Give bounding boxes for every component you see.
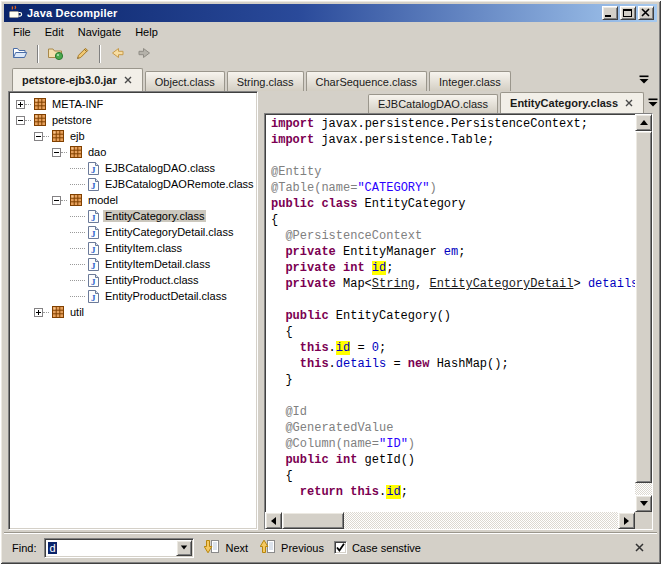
find-label: Find: bbox=[12, 542, 36, 554]
tab-close-icon[interactable] bbox=[624, 98, 634, 108]
tab-label: petstore-ejb3.0.jar bbox=[22, 74, 117, 86]
tree-item-label: dao bbox=[86, 146, 108, 158]
find-previous-button[interactable]: Previous bbox=[258, 537, 326, 559]
open-type-button[interactable] bbox=[43, 42, 69, 66]
open-file-button[interactable] bbox=[7, 42, 33, 66]
menu-edit[interactable]: Edit bbox=[38, 24, 71, 40]
scroll-down-button[interactable] bbox=[635, 495, 652, 512]
tree-item-label: EntityItemDetail.class bbox=[103, 258, 212, 270]
package-icon bbox=[69, 193, 83, 207]
maximize-button[interactable] bbox=[620, 6, 636, 20]
menu-navigate[interactable]: Navigate bbox=[71, 24, 128, 40]
scroll-left-button[interactable] bbox=[265, 512, 282, 529]
package-icon bbox=[69, 145, 83, 159]
vertical-scrollbar-track[interactable] bbox=[635, 131, 652, 495]
svg-text:J: J bbox=[91, 180, 96, 190]
tree-item[interactable]: ejb bbox=[10, 128, 256, 144]
tab-list-dropdown-icon[interactable] bbox=[637, 73, 651, 86]
jar-tab-strip: petstore-ejb3.0.jarObject.classString.cl… bbox=[4, 67, 657, 91]
tree-item[interactable]: util bbox=[10, 304, 256, 320]
tree-connector bbox=[70, 184, 85, 185]
type-link[interactable]: String bbox=[372, 277, 415, 291]
tree-connector bbox=[70, 248, 85, 249]
tree-item[interactable]: JEntityCategoryDetail.class bbox=[10, 224, 256, 240]
tree-item[interactable]: JEntityItem.class bbox=[10, 240, 256, 256]
search-highlight: id bbox=[386, 485, 400, 499]
tree-item[interactable]: JEntityCategory.class bbox=[10, 208, 256, 224]
scroll-right-button[interactable] bbox=[618, 512, 635, 529]
jar-tab[interactable]: CharSequence.class bbox=[306, 71, 428, 91]
code-line bbox=[271, 292, 635, 308]
horizontal-scrollbar-thumb[interactable] bbox=[282, 512, 344, 529]
expand-icon[interactable] bbox=[16, 100, 25, 109]
code-line: public class EntityCategory bbox=[271, 196, 635, 212]
tree-item-label: EJBCatalogDAO.class bbox=[103, 162, 217, 174]
tab-close-icon[interactable] bbox=[123, 75, 133, 85]
tree-item[interactable]: JEJBCatalogDAORemote.class bbox=[10, 176, 256, 192]
menu-file[interactable]: File bbox=[6, 24, 38, 40]
class-file-icon: J bbox=[87, 241, 100, 256]
tree-connector bbox=[43, 136, 49, 137]
horizontal-scrollbar-track[interactable] bbox=[282, 512, 618, 529]
svg-text:J: J bbox=[91, 164, 96, 174]
find-bar: Find: d Next Previous Case senstive bbox=[4, 532, 657, 562]
type-link[interactable]: EntityCategoryDetail bbox=[429, 277, 573, 291]
toolbar bbox=[4, 41, 657, 67]
back-button[interactable] bbox=[105, 42, 131, 66]
find-value: d bbox=[45, 542, 176, 554]
tree-item[interactable]: JEntityProduct.class bbox=[10, 272, 256, 288]
collapse-icon[interactable] bbox=[16, 116, 25, 125]
tab-label: Integer.class bbox=[439, 76, 501, 88]
menu-help[interactable]: Help bbox=[128, 24, 165, 40]
case-sensitive-checkbox[interactable] bbox=[334, 541, 347, 554]
class-file-icon: J bbox=[87, 161, 100, 176]
tree-item[interactable]: JEntityProductDetail.class bbox=[10, 288, 256, 304]
save-source-button[interactable] bbox=[69, 42, 95, 66]
tree-item-label: EntityProductDetail.class bbox=[103, 290, 229, 302]
class-tab-strip: EJBCatalogDAO.classEntityCategory.class bbox=[264, 91, 653, 113]
tree-item[interactable]: JEJBCatalogDAO.class bbox=[10, 160, 256, 176]
svg-text:J: J bbox=[91, 292, 96, 302]
code-line: @Id bbox=[271, 404, 635, 420]
find-input[interactable]: d bbox=[44, 538, 194, 558]
find-history-dropdown-icon[interactable] bbox=[176, 540, 192, 556]
title-bar[interactable]: Java Decompiler bbox=[4, 4, 657, 22]
tree-item[interactable]: model bbox=[10, 192, 256, 208]
tree-connector bbox=[25, 104, 31, 105]
jar-tab[interactable]: String.class bbox=[227, 71, 304, 91]
save-source-icon bbox=[74, 45, 90, 64]
collapse-icon[interactable] bbox=[52, 196, 61, 205]
jar-tab[interactable]: Object.class bbox=[145, 71, 225, 91]
horizontal-scrollbar bbox=[265, 512, 635, 529]
toolbar-separator bbox=[99, 45, 101, 63]
find-bar-close-icon[interactable] bbox=[632, 540, 647, 555]
class-tab[interactable]: EJBCatalogDAO.class bbox=[368, 94, 498, 113]
minimize-button[interactable] bbox=[602, 6, 618, 20]
tree-item-label: META-INF bbox=[50, 98, 105, 110]
forward-button[interactable] bbox=[131, 42, 157, 66]
code-line: } bbox=[271, 372, 635, 388]
code-line: @Column(name="ID") bbox=[271, 436, 635, 452]
close-button[interactable] bbox=[638, 6, 654, 20]
tree-item[interactable]: dao bbox=[10, 144, 256, 160]
tree-item[interactable]: META-INF bbox=[10, 96, 256, 112]
scroll-up-button[interactable] bbox=[635, 114, 652, 131]
code-line: { bbox=[271, 212, 635, 228]
tree-item[interactable]: JEntityItemDetail.class bbox=[10, 256, 256, 272]
collapse-icon[interactable] bbox=[34, 132, 43, 141]
editor-panel: EJBCatalogDAO.classEntityCategory.class … bbox=[264, 91, 653, 530]
tree-item[interactable]: petstore bbox=[10, 112, 256, 128]
tab-label: CharSequence.class bbox=[316, 76, 418, 88]
jar-tab[interactable]: Integer.class bbox=[429, 71, 511, 91]
find-next-button[interactable]: Next bbox=[202, 537, 250, 559]
class-tab-dropdown-icon[interactable] bbox=[646, 96, 660, 109]
class-tab[interactable]: EntityCategory.class bbox=[500, 92, 644, 113]
main-split-area: META-INFpetstoreejbdaoJEJBCatalogDAO.cla… bbox=[4, 91, 657, 530]
vertical-scrollbar-thumb[interactable] bbox=[635, 131, 652, 483]
package-icon bbox=[33, 113, 47, 127]
jar-tab[interactable]: petstore-ejb3.0.jar bbox=[12, 68, 143, 91]
collapse-icon[interactable] bbox=[52, 148, 61, 157]
tree-connector bbox=[70, 264, 85, 265]
expand-icon[interactable] bbox=[34, 308, 43, 317]
package-icon bbox=[33, 97, 47, 111]
